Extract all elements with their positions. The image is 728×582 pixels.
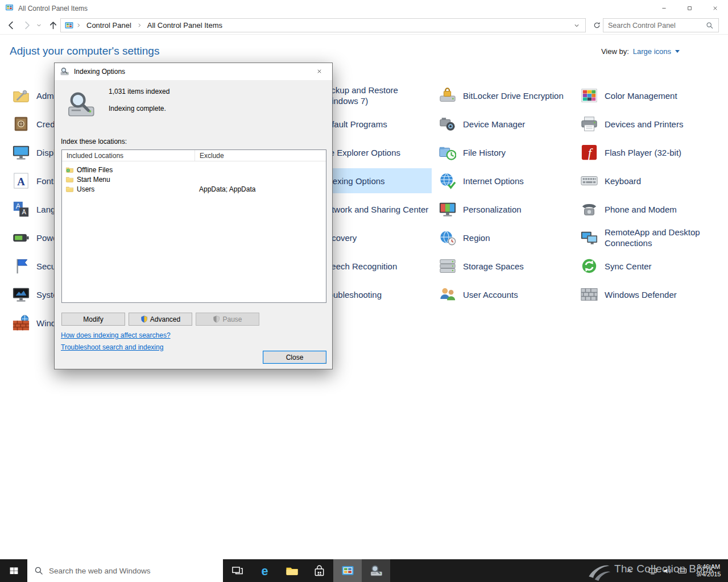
control-panel-item-flash-player-32-bit[interactable]: fFlash Player (32-bit): [578, 140, 715, 165]
device-camera-icon: [439, 115, 456, 132]
advanced-button[interactable]: Advanced: [129, 313, 192, 326]
location-row-start-menu[interactable]: Start Menu: [62, 174, 326, 184]
control-panel-mini-icon: [64, 21, 75, 30]
edge-button[interactable]: e: [251, 559, 278, 582]
indexing-help-link[interactable]: How does indexing affect searches?: [61, 331, 171, 339]
region-globe-icon: [439, 229, 456, 246]
defender-wall-icon: [581, 286, 598, 303]
control-panel-item-label: Windows Defender: [605, 289, 677, 300]
location-name: Start Menu: [77, 176, 110, 184]
control-panel-item-label: Internet Options: [463, 176, 524, 186]
network-icon[interactable]: [645, 559, 660, 582]
location-name: Offline Files: [77, 166, 113, 174]
taskbar-search-input[interactable]: [49, 567, 223, 575]
navigation-toolbar: Control Panel All Control Panel Items: [0, 16, 728, 35]
control-panel-item-label: Color Management: [605, 90, 677, 101]
display-monitor-icon: [13, 144, 30, 161]
troubleshoot-search-link[interactable]: Troubleshoot search and indexing: [61, 343, 163, 351]
bitlocker-lock-icon: [439, 87, 456, 104]
indexed-locations-list[interactable]: Included Locations Exclude Offline Files…: [61, 149, 326, 303]
folder-icon: [65, 185, 74, 193]
color-grid-icon: [581, 87, 598, 104]
indexing-drive-icon: [66, 90, 96, 120]
pause-button: Pause: [196, 313, 259, 326]
modify-button[interactable]: Modify: [61, 313, 125, 326]
taskbar-clock[interactable]: 9:46 AM 9/4/2015: [692, 559, 726, 582]
dialog-close-button[interactable]: [307, 63, 332, 80]
indexing-options-dialog: Indexing Options 1,031 items indexed Ind…: [54, 63, 333, 369]
control-panel-item-region[interactable]: Region: [436, 225, 574, 250]
minimize-button[interactable]: [651, 0, 677, 16]
breadcrumb-chevron-icon[interactable]: [135, 23, 143, 28]
included-locations-header[interactable]: Included Locations: [62, 152, 123, 160]
control-panel-item-user-accounts[interactable]: User Accounts: [436, 282, 574, 307]
control-panel-item-personalization[interactable]: Personalization: [436, 197, 574, 222]
control-panel-search: [603, 18, 719, 32]
breadcrumb-chevron-icon[interactable]: [75, 23, 82, 28]
control-panel-item-file-history[interactable]: File History: [436, 140, 574, 165]
control-panel-taskbar-button[interactable]: [333, 559, 362, 582]
clock-time: 9:46 AM: [697, 563, 720, 571]
control-panel-item-storage-spaces[interactable]: Storage Spaces: [436, 253, 574, 278]
location-row-offline-files[interactable]: Offline Files: [62, 165, 326, 174]
control-panel-item-phone-and-modem[interactable]: Phone and Modem: [578, 197, 715, 222]
control-panel-item-label: Device Manager: [463, 119, 525, 130]
search-input[interactable]: [603, 22, 704, 30]
address-bar[interactable]: Control Panel All Control Panel Items: [60, 18, 586, 32]
store-button[interactable]: [306, 559, 332, 582]
offline-files-folder-icon: [65, 166, 74, 174]
control-panel-item-windows-defender[interactable]: Windows Defender: [578, 282, 715, 307]
control-panel-item-label: User Accounts: [463, 289, 518, 300]
volume-icon[interactable]: [660, 559, 675, 582]
refresh-button[interactable]: [589, 18, 604, 32]
folder-icon: [65, 176, 74, 184]
control-panel-item-sync-center[interactable]: Sync Center: [578, 253, 715, 278]
control-panel-item-color-management[interactable]: Color Management: [578, 83, 715, 108]
firewall-wall-icon: [13, 314, 30, 331]
exclude-header[interactable]: Exclude: [195, 150, 224, 161]
file-explorer-button[interactable]: [279, 559, 305, 582]
start-button[interactable]: [0, 559, 27, 582]
breadcrumb-control-panel[interactable]: Control Panel: [82, 21, 135, 30]
back-button[interactable]: [3, 18, 18, 32]
location-rows: Offline FilesStart MenuUsersAppData; App…: [62, 165, 326, 194]
control-panel-item-internet-options[interactable]: Internet Options: [436, 168, 574, 193]
control-panel-item-bitlocker-drive-encryption[interactable]: BitLocker Drive Encryption: [436, 83, 574, 108]
indexing-options-icon: [60, 67, 69, 76]
control-panel-item-label: Phone and Modem: [605, 204, 677, 215]
up-button[interactable]: [46, 18, 60, 32]
location-row-users[interactable]: UsersAppData; AppData: [62, 184, 326, 194]
close-button-label: Close: [286, 354, 304, 361]
chevron-up-icon[interactable]: [623, 559, 635, 582]
control-panel-item-label: BitLocker Drive Encryption: [463, 90, 564, 101]
search-icon[interactable]: [706, 22, 714, 30]
language-tiles-icon: AÄ: [13, 201, 30, 218]
personalization-monitor-icon: [439, 201, 456, 218]
maximize-button[interactable]: [677, 0, 702, 16]
fonts-letter-icon: A: [13, 172, 30, 189]
control-panel-item-devices-and-printers[interactable]: Devices and Printers: [578, 111, 715, 136]
forward-button[interactable]: [19, 18, 34, 32]
breadcrumb-current[interactable]: All Control Panel Items: [143, 21, 226, 30]
dialog-titlebar[interactable]: Indexing Options: [55, 63, 332, 80]
touch-keyboard-icon[interactable]: [675, 559, 689, 582]
items-indexed-text: 1,031 items indexed: [109, 88, 169, 95]
svg-text:Ä: Ä: [22, 209, 26, 215]
control-panel-item-device-manager[interactable]: Device Manager: [436, 111, 574, 136]
control-panel-item-keyboard[interactable]: Keyboard: [578, 168, 715, 193]
control-panel-window-icon: [5, 3, 14, 12]
resize-grip[interactable]: [324, 361, 331, 368]
flash-f-icon: f: [581, 144, 598, 161]
credential-safe-icon: [13, 115, 30, 132]
indexing-options-taskbar-button[interactable]: [362, 559, 390, 582]
close-button[interactable]: Close: [263, 351, 326, 364]
svg-text:A: A: [17, 176, 25, 188]
close-window-button[interactable]: [702, 0, 728, 16]
control-panel-item-label: Flash Player (32-bit): [605, 147, 681, 158]
address-dropdown-icon[interactable]: [570, 23, 583, 28]
control-panel-item-label: File Explorer Options: [321, 147, 400, 158]
task-view-button[interactable]: [224, 559, 250, 582]
location-exclude: AppData; AppData: [199, 185, 255, 193]
recent-pages-chevron-icon[interactable]: [34, 18, 43, 32]
control-panel-item-remoteapp-and-desktop-connections[interactable]: RemoteApp and Desktop Connections: [578, 225, 715, 250]
